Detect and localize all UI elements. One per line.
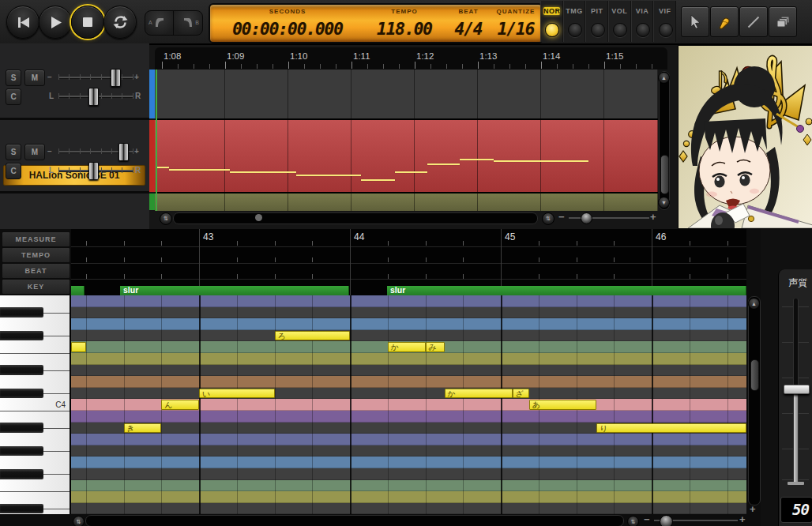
black-key-Ds3[interactable] — [0, 504, 43, 514]
track-name-halion[interactable]: HALion Sonic SE 01 — [3, 165, 145, 186]
stop-button[interactable] — [71, 6, 104, 39]
pitch-row-Gs4[interactable] — [71, 307, 746, 319]
playhead[interactable] — [156, 70, 157, 211]
tracks-hscroll-thumb[interactable] — [255, 214, 262, 221]
black-key-Fs4[interactable] — [0, 331, 43, 341]
layers-tool-button[interactable] — [769, 6, 797, 37]
play-button[interactable] — [39, 6, 72, 39]
tracks-scroll-up-button[interactable]: ▲ — [658, 72, 670, 84]
note[interactable]: み — [426, 342, 445, 352]
black-key-Gs3[interactable] — [0, 446, 43, 456]
note-grid[interactable]: きんいろかみかざあり — [71, 295, 746, 514]
pitch-row-F3[interactable] — [71, 480, 746, 492]
pointer-tool-button[interactable] — [681, 6, 709, 37]
pitch-row-Ds3[interactable] — [71, 503, 746, 514]
track1-mute-button[interactable]: M — [24, 70, 45, 86]
pitch-row-D4[interactable] — [71, 376, 746, 388]
rewind-button[interactable] — [6, 6, 39, 39]
tracks-zoom-knob[interactable] — [581, 212, 592, 224]
black-key-Cs4[interactable] — [0, 389, 43, 399]
pitch-row-Cs4[interactable] — [71, 388, 746, 400]
line-tool-button[interactable] — [739, 6, 768, 37]
punch-in-button[interactable]: A — [145, 10, 175, 36]
pr-vscrollbar[interactable] — [748, 296, 761, 505]
mode-knob[interactable] — [636, 23, 650, 37]
track1-lane[interactable] — [155, 70, 658, 118]
mode-tmg-button[interactable]: TMG — [563, 1, 586, 42]
pitch-row-B3[interactable] — [71, 411, 746, 423]
track3-audio-part[interactable] — [155, 193, 658, 211]
mode-knob[interactable] — [613, 23, 627, 37]
arrangement-area[interactable] — [155, 70, 658, 211]
track2-mute-button[interactable]: M — [24, 144, 45, 160]
note[interactable]: あ — [529, 400, 596, 410]
pr-zoom-out[interactable]: − — [644, 513, 650, 525]
pitch-row-Gs3[interactable] — [71, 445, 746, 457]
track1-c-button[interactable]: C — [6, 88, 21, 105]
track2-midi-part[interactable] — [155, 120, 658, 192]
mode-pit-button[interactable]: PIT — [585, 1, 608, 42]
ruler-row-tempo-button[interactable]: TEMPO — [2, 247, 70, 263]
pitch-row-Fs4[interactable] — [71, 330, 746, 342]
pr-zoom-knob[interactable] — [660, 515, 673, 526]
pitch-row-Ds4[interactable] — [71, 365, 746, 377]
black-key-Gs4[interactable] — [0, 307, 43, 317]
track2-c-button[interactable]: C — [6, 163, 21, 179]
track2-solo-button[interactable]: S — [6, 144, 21, 160]
pitch-row-G4[interactable] — [71, 318, 746, 330]
pitch-row-E4[interactable] — [71, 353, 746, 365]
track1-solo-button[interactable]: S — [6, 70, 21, 86]
mode-knob[interactable] — [591, 23, 605, 37]
note[interactable]: か — [388, 342, 426, 352]
black-key-Ds4[interactable] — [0, 365, 43, 375]
ruler-row-key-button[interactable]: KEY — [2, 279, 70, 295]
note[interactable]: り — [596, 423, 746, 434]
mode-vol-button[interactable]: VOL — [608, 1, 631, 42]
tracks-hscrollbar[interactable] — [173, 212, 538, 224]
track1-pan-handle[interactable] — [88, 88, 99, 106]
tracks-zoom-out[interactable]: − — [558, 211, 565, 223]
note[interactable]: い — [199, 389, 275, 399]
note[interactable] — [71, 342, 86, 352]
pitch-row-A3[interactable] — [71, 434, 746, 445]
track1-volume-handle[interactable] — [111, 69, 121, 87]
mode-nor-button[interactable]: NOR — [540, 1, 563, 42]
tracks-zoom-in[interactable]: + — [650, 211, 656, 223]
tracks-hscroll-right-button[interactable]: ⇅ — [542, 212, 554, 225]
timeline-ruler[interactable]: 1:081:091:101:111:121:131:141:15 — [155, 47, 667, 70]
pr-vscroll-thumb[interactable] — [750, 359, 759, 391]
pitch-row-E3[interactable] — [71, 491, 746, 503]
slur-marker[interactable]: slur — [387, 286, 746, 295]
pr-scroll-up-button[interactable]: ▲ — [748, 298, 760, 310]
ruler-row-measure-button[interactable]: MEASURE — [2, 231, 70, 247]
pen-tool-button[interactable] — [710, 6, 739, 37]
punch-out-button[interactable]: B — [173, 10, 203, 36]
pitch-row-Fs3[interactable] — [71, 468, 746, 480]
loop-button[interactable] — [103, 6, 137, 39]
measure-ruler[interactable]: 43444546slurslur — [71, 229, 746, 295]
pr-vzoom-in[interactable]: + — [750, 503, 756, 515]
note[interactable]: か — [445, 389, 513, 399]
voice-slider-handle[interactable] — [784, 385, 810, 394]
mode-knob[interactable] — [568, 23, 582, 37]
pitch-row-G3[interactable] — [71, 456, 746, 468]
track2-pan-handle[interactable] — [88, 162, 99, 180]
tracks-hscroll-left-button[interactable]: ⇅ — [160, 212, 172, 225]
mode-vif-button[interactable]: VIF — [653, 1, 676, 42]
pitch-row-A4[interactable] — [71, 295, 746, 307]
mode-knob[interactable] — [659, 23, 673, 37]
note[interactable]: き — [124, 423, 162, 434]
slur-marker[interactable] — [71, 286, 85, 295]
pr-zoom-in[interactable]: + — [739, 513, 746, 525]
piano-keyboard[interactable]: C4 — [0, 295, 71, 514]
slur-marker[interactable]: slur — [120, 286, 349, 295]
tracks-vscroll-thumb[interactable] — [660, 155, 669, 194]
pr-hscroll-left-button[interactable]: ⇅ — [73, 516, 85, 526]
note[interactable]: ざ — [513, 389, 530, 399]
ruler-row-beat-button[interactable]: BEAT — [2, 263, 70, 279]
note[interactable]: ろ — [275, 331, 351, 341]
black-key-As3[interactable] — [0, 423, 43, 433]
tracks-scroll-down-button[interactable]: ▼ — [658, 197, 670, 209]
mode-knob[interactable] — [545, 23, 559, 37]
mode-via-button[interactable]: VIA — [631, 1, 654, 42]
